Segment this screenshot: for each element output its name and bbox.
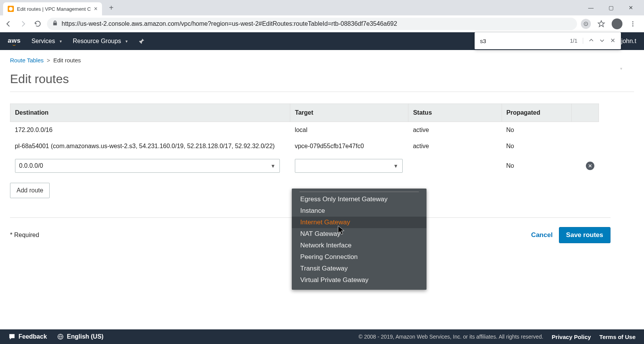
- chevron-down-icon[interactable]: ▼: [271, 163, 276, 169]
- find-in-page: 1/1: [475, 32, 621, 49]
- tab-title: Edit routes | VPC Management C: [17, 6, 91, 12]
- find-close-icon[interactable]: [610, 38, 616, 44]
- browser-tab[interactable]: Edit routes | VPC Management C ×: [3, 2, 102, 15]
- breadcrumb: Route Tables > Edit routes: [10, 57, 634, 63]
- reload-icon[interactable]: [32, 18, 43, 29]
- col-actions: [572, 104, 599, 122]
- dropdown-item[interactable]: Egress Only Internet Gateway: [292, 194, 427, 205]
- dropdown-item[interactable]: Transit Gateway: [292, 263, 427, 274]
- cell-status: [408, 154, 502, 177]
- url-text: https://us-west-2.console.aws.amazon.com…: [62, 20, 397, 27]
- dropdown-separator: [299, 192, 419, 192]
- svg-point-4: [632, 25, 634, 26]
- pin-icon[interactable]: [139, 38, 145, 44]
- routes-table: Destination Target Status Propagated 172…: [10, 104, 599, 177]
- privacy-link[interactable]: Privacy Policy: [552, 334, 591, 340]
- find-prev-icon[interactable]: [589, 38, 594, 44]
- target-dropdown-menu: Egress Only Internet Gateway Instance In…: [292, 189, 427, 290]
- breadcrumb-current: Edit routes: [53, 57, 81, 63]
- back-icon[interactable]: [3, 18, 14, 29]
- cell-propagated: No: [502, 122, 572, 139]
- cell-destination-input: 0.0.0.0/0 ▼: [10, 154, 290, 177]
- delete-route-icon[interactable]: [586, 162, 594, 170]
- find-input[interactable]: [480, 38, 565, 44]
- user-menu[interactable]: john.t: [621, 38, 636, 45]
- target-input[interactable]: ▼: [295, 159, 403, 173]
- services-menu[interactable]: Services: [32, 38, 62, 45]
- breadcrumb-separator-icon: >: [47, 57, 50, 63]
- col-target: Target: [290, 104, 408, 122]
- new-tab-button[interactable]: +: [106, 2, 117, 14]
- forward-icon[interactable]: [18, 18, 28, 29]
- dropdown-item-highlighted[interactable]: Internet Gateway: [292, 217, 427, 228]
- minimize-icon[interactable]: —: [585, 2, 596, 13]
- console-footer: Feedback English (US) © 2008 - 2019, Ama…: [0, 329, 644, 344]
- cell-destination: 172.20.0.0/16: [10, 122, 290, 139]
- col-status: Status: [408, 104, 502, 122]
- table-row: pl-68a54001 (com.amazonaws.us-west-2.s3,…: [10, 138, 599, 154]
- resource-groups-menu[interactable]: Resource Groups: [73, 38, 128, 45]
- cell-propagated: No: [502, 154, 572, 177]
- close-window-icon[interactable]: ✕: [626, 2, 636, 13]
- save-routes-button[interactable]: Save routes: [559, 227, 611, 243]
- language-selector[interactable]: English (US): [57, 333, 104, 340]
- svg-point-2: [632, 21, 634, 22]
- kebab-menu-icon[interactable]: [628, 19, 638, 29]
- find-next-icon[interactable]: [599, 38, 605, 44]
- browser-chrome: Edit routes | VPC Management C × + — ▢ ✕…: [0, 0, 644, 32]
- aws-favicon-icon: [8, 6, 14, 12]
- svg-point-3: [632, 23, 634, 24]
- maximize-icon[interactable]: ▢: [606, 2, 616, 13]
- cell-target-link[interactable]: vpce-079d55cfb17e47fc0: [290, 138, 408, 154]
- col-destination: Destination: [10, 104, 290, 122]
- aws-logo-icon[interactable]: aws ⌣: [8, 37, 21, 45]
- cell-target: local: [290, 122, 408, 139]
- feedback-button[interactable]: Feedback: [8, 333, 47, 340]
- copyright-text: © 2008 - 2019, Amazon Web Services, Inc.…: [359, 334, 544, 340]
- svg-point-1: [585, 23, 587, 24]
- required-label: * Required: [10, 232, 39, 239]
- dropdown-item[interactable]: Instance: [292, 205, 427, 217]
- extension-icon[interactable]: [581, 19, 591, 29]
- cell-status: active: [408, 138, 502, 154]
- dropdown-item[interactable]: NAT Gateway: [292, 228, 427, 240]
- cell-destination: pl-68a54001 (com.amazonaws.us-west-2.s3,…: [10, 138, 290, 154]
- lock-icon: [52, 20, 58, 27]
- cell-propagated: No: [502, 138, 572, 154]
- tab-close-icon[interactable]: ×: [94, 5, 97, 12]
- breadcrumb-route-tables[interactable]: Route Tables: [10, 57, 43, 63]
- table-row: 172.20.0.0/16 local active No: [10, 122, 599, 139]
- tab-bar: Edit routes | VPC Management C × + — ▢ ✕: [0, 0, 644, 15]
- cell-target-input: ▼: [290, 154, 408, 177]
- cell-status: active: [408, 122, 502, 139]
- destination-input[interactable]: 0.0.0.0/0 ▼: [15, 159, 280, 173]
- window-controls: — ▢ ✕: [585, 2, 641, 13]
- col-propagated: Propagated: [502, 104, 572, 122]
- dropdown-item[interactable]: Virtual Private Gateway: [292, 274, 427, 286]
- add-route-button[interactable]: Add route: [10, 183, 50, 198]
- table-row: 0.0.0.0/0 ▼ ▼ No: [10, 154, 599, 177]
- page-title: Edit routes: [10, 72, 634, 92]
- dropdown-item[interactable]: Network Interface: [292, 240, 427, 251]
- find-count: 1/1: [570, 38, 583, 44]
- profile-avatar-icon[interactable]: [612, 18, 622, 29]
- url-input[interactable]: https://us-west-2.console.aws.amazon.com…: [47, 18, 577, 30]
- chevron-down-icon[interactable]: ▼: [393, 163, 398, 169]
- cancel-button[interactable]: Cancel: [531, 231, 553, 239]
- dropdown-item[interactable]: Peering Connection: [292, 251, 427, 263]
- terms-link[interactable]: Terms of Use: [599, 334, 636, 340]
- address-bar: https://us-west-2.console.aws.amazon.com…: [0, 15, 644, 32]
- star-icon[interactable]: [596, 19, 606, 29]
